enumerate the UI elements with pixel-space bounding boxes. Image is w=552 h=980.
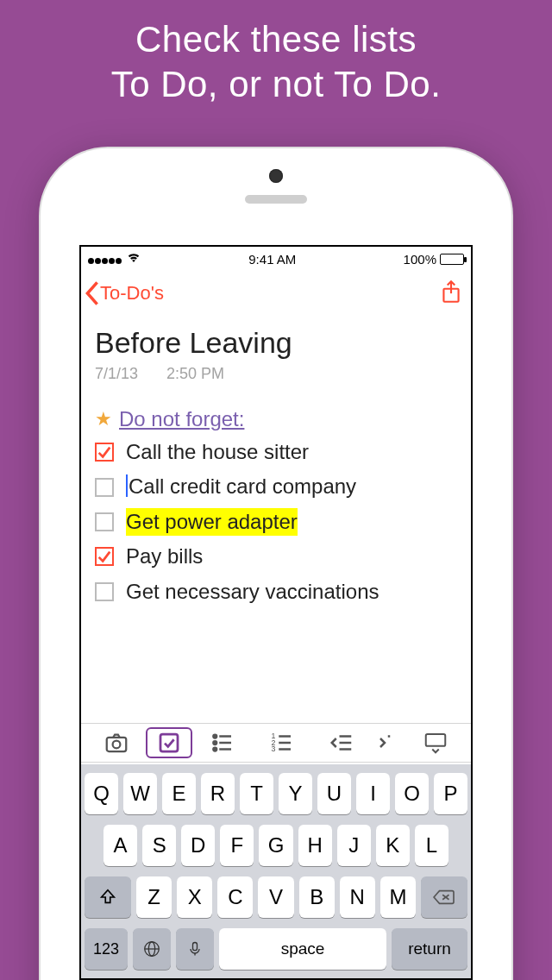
key-z[interactable]: Z <box>136 876 172 918</box>
svg-rect-2 <box>106 738 126 751</box>
key-f[interactable]: F <box>220 825 254 866</box>
todo-text: Get necessary vaccinations <box>126 578 379 606</box>
text-cursor <box>126 474 128 497</box>
svg-rect-21 <box>426 734 446 746</box>
space-key[interactable]: space <box>219 928 386 970</box>
dictation-key[interactable] <box>176 928 214 970</box>
outdent-button[interactable] <box>312 730 372 756</box>
shift-icon <box>98 888 117 907</box>
key-q[interactable]: Q <box>85 773 118 814</box>
key-r[interactable]: R <box>201 773 235 814</box>
note-heading: Do not forget: <box>119 407 244 431</box>
todo-checkbox[interactable] <box>95 443 114 462</box>
todo-checkbox[interactable] <box>95 512 114 531</box>
return-key[interactable]: return <box>392 928 467 970</box>
key-i[interactable]: I <box>356 773 390 814</box>
todo-checkbox[interactable] <box>95 582 114 601</box>
note-meta: 7/1/13 2:50 PM <box>95 365 457 383</box>
nav-bar: To-Do's <box>81 271 471 316</box>
signal-strength-icon <box>88 252 122 267</box>
globe-key[interactable] <box>133 928 171 970</box>
wifi-icon <box>126 249 141 268</box>
todo-item[interactable]: Pay bills <box>95 543 457 570</box>
key-b[interactable]: B <box>299 876 335 918</box>
todo-item[interactable]: Call credit card company <box>95 473 457 500</box>
key-t[interactable]: T <box>240 773 273 814</box>
share-button[interactable] <box>440 279 462 308</box>
status-bar: 9:41 AM 100% <box>81 247 471 271</box>
note-content[interactable]: Before Leaving 7/1/13 2:50 PM ★ Do not f… <box>81 316 471 606</box>
screen: 9:41 AM 100% To-Do's Before Leaving <box>79 245 473 980</box>
note-date: 7/1/13 <box>95 365 138 382</box>
key-y[interactable]: Y <box>279 773 312 814</box>
svg-point-5 <box>213 735 216 738</box>
key-o[interactable]: O <box>395 773 429 814</box>
promo-line-2: To Do, or not To Do. <box>0 64 552 105</box>
key-p[interactable]: P <box>434 773 467 814</box>
bullet-list-button[interactable] <box>192 730 252 756</box>
note-heading-line: ★ Do not forget: <box>95 407 457 431</box>
indent-button[interactable] <box>372 730 406 756</box>
svg-rect-4 <box>160 734 178 751</box>
key-v[interactable]: V <box>258 876 293 918</box>
promo-line-1: Check these lists <box>0 19 552 60</box>
chevron-left-icon <box>85 281 100 305</box>
keyboard-hide-icon <box>423 730 448 756</box>
key-d[interactable]: D <box>181 825 215 866</box>
todo-text: Call credit card company <box>129 474 356 498</box>
todo-text: Pay bills <box>126 543 203 570</box>
phone-speaker-icon <box>245 195 307 204</box>
checkbox-format-button[interactable] <box>146 727 192 758</box>
key-w[interactable]: W <box>123 773 157 814</box>
todo-item[interactable]: Get power adapter <box>95 508 457 536</box>
format-toolbar: 123 <box>81 723 471 763</box>
key-s[interactable]: S <box>142 825 176 866</box>
backspace-key[interactable] <box>421 876 467 918</box>
key-u[interactable]: U <box>317 773 351 814</box>
key-m[interactable]: M <box>380 876 416 918</box>
key-c[interactable]: C <box>217 876 253 918</box>
camera-icon <box>104 730 129 756</box>
todo-checkbox[interactable] <box>95 547 114 566</box>
todo-item[interactable]: Get necessary vaccinations <box>95 578 457 606</box>
phone-camera-icon <box>269 169 283 183</box>
backspace-icon <box>432 888 456 907</box>
key-k[interactable]: K <box>376 825 410 866</box>
globe-icon <box>142 939 161 958</box>
hide-keyboard-button[interactable] <box>406 730 466 756</box>
key-h[interactable]: H <box>298 825 332 866</box>
svg-rect-37 <box>193 943 198 951</box>
key-x[interactable]: X <box>177 876 212 918</box>
key-g[interactable]: G <box>259 825 292 866</box>
keyboard: QWERTYUIOP ASDFGHJKL ZXCVBNM 123 <box>81 764 471 978</box>
shift-key[interactable] <box>85 876 131 918</box>
indent-icon <box>376 730 402 756</box>
todo-checkbox[interactable] <box>95 478 114 497</box>
note-time: 2:50 PM <box>166 365 224 382</box>
share-icon <box>440 279 462 305</box>
numbered-list-icon: 123 <box>269 730 295 756</box>
key-n[interactable]: N <box>340 876 375 918</box>
todo-text: Get power adapter <box>126 508 298 536</box>
bullet-list-icon <box>210 730 235 756</box>
battery-percent: 100% <box>404 252 436 267</box>
back-button[interactable]: To-Do's <box>85 281 164 305</box>
todo-item[interactable]: Call the house sitter <box>95 438 457 466</box>
numeric-key[interactable]: 123 <box>85 928 128 970</box>
svg-point-9 <box>213 748 216 751</box>
camera-button[interactable] <box>86 730 146 756</box>
key-l[interactable]: L <box>415 825 448 866</box>
svg-point-3 <box>112 741 120 749</box>
key-a[interactable]: A <box>104 825 137 866</box>
svg-point-7 <box>213 741 216 744</box>
microphone-icon <box>186 940 204 958</box>
numbered-list-button[interactable]: 123 <box>252 730 311 756</box>
back-label: To-Do's <box>100 282 164 305</box>
battery-icon <box>440 254 464 265</box>
phone-frame: 9:41 AM 100% To-Do's Before Leaving <box>41 148 511 980</box>
key-e[interactable]: E <box>162 773 196 814</box>
todo-list: Call the house sitterCall credit card co… <box>95 438 457 606</box>
checkbox-icon <box>156 730 182 756</box>
key-j[interactable]: J <box>337 825 371 866</box>
outdent-icon <box>329 730 354 756</box>
